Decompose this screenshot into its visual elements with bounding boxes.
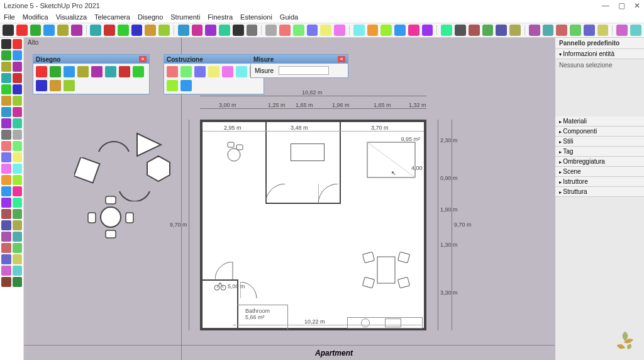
tool-button-12-1[interactable]: [13, 175, 23, 185]
toolbar-button-17[interactable]: [247, 25, 258, 36]
toolbar-button-9[interactable]: [131, 25, 143, 36]
furniture-bed[interactable]: [291, 143, 325, 161]
disegno-tool-3[interactable]: [77, 66, 89, 77]
toolbar-button-14[interactable]: [205, 25, 216, 36]
disegno-tool-1[interactable]: [50, 66, 61, 77]
tool-button-3-1[interactable]: [13, 73, 23, 83]
tool-button-7-0[interactable]: [1, 118, 11, 128]
menu-strumenti[interactable]: Strumenti: [170, 13, 200, 21]
tray-section-scene[interactable]: Scene: [555, 167, 644, 177]
tool-button-15-0[interactable]: [1, 209, 11, 219]
toolbar-button-41[interactable]: [597, 25, 609, 36]
tool-button-19-1[interactable]: [13, 254, 23, 264]
toolbar-button-32[interactable]: [469, 25, 480, 36]
tool-button-14-1[interactable]: [13, 198, 23, 208]
disegno-tool-2[interactable]: [64, 66, 75, 77]
toolbar-button-35[interactable]: [509, 25, 521, 36]
toolbar-button-23[interactable]: [334, 25, 345, 36]
disegno-tool-8[interactable]: [36, 80, 47, 91]
menu-estensioni[interactable]: Estensioni: [240, 13, 272, 21]
menu-visualizza[interactable]: Visualizza: [56, 13, 87, 21]
toolbar-button-6[interactable]: [90, 25, 101, 36]
viewport[interactable]: Alto Disegno× Costruzione× Misure× Misur…: [24, 38, 644, 360]
tool-button-8-1[interactable]: [13, 130, 23, 140]
toolbar-button-25[interactable]: [367, 25, 379, 36]
menu-telecamera[interactable]: Telecamera: [94, 13, 130, 21]
toolbar-button-4[interactable]: [57, 25, 69, 36]
shape-square[interactable]: [74, 157, 102, 186]
toolbar-button-30[interactable]: [441, 25, 452, 36]
toolbar-button-2[interactable]: [30, 25, 42, 36]
tool-button-10-0[interactable]: [1, 152, 11, 162]
tray-section-struttura[interactable]: Struttura: [555, 187, 644, 197]
tool-button-5-0[interactable]: [1, 96, 11, 106]
toolbar-button-39[interactable]: [570, 25, 581, 36]
toolbar-button-3[interactable]: [43, 25, 55, 36]
disegno-tool-4[interactable]: [91, 66, 103, 77]
tool-button-14-0[interactable]: [1, 198, 11, 208]
costruzione-tool-5[interactable]: [236, 66, 247, 77]
tool-button-4-0[interactable]: [1, 84, 11, 94]
panel-costruzione[interactable]: Costruzione×: [164, 54, 264, 94]
tray-entity-info[interactable]: Informazioni entità: [555, 49, 644, 59]
disegno-tool-6[interactable]: [119, 66, 130, 77]
furniture-dining[interactable]: [361, 248, 411, 293]
close-icon[interactable]: ✕: [634, 1, 640, 10]
toolbar-button-26[interactable]: [380, 25, 392, 36]
shape-arc[interactable]: [96, 129, 131, 155]
panel-disegno[interactable]: Disegno×: [33, 54, 150, 94]
toolbar-button-5[interactable]: [71, 25, 82, 36]
disegno-tool-10[interactable]: [64, 80, 75, 91]
toolbar-button-43[interactable]: [630, 25, 641, 36]
toolbar-button-20[interactable]: [293, 25, 304, 36]
costruzione-tool-0[interactable]: [167, 66, 178, 77]
furniture-round-table[interactable]: [221, 141, 247, 167]
panel-close-icon[interactable]: ×: [338, 56, 345, 62]
toolbar-button-42[interactable]: [616, 25, 628, 36]
tool-button-9-1[interactable]: [13, 141, 23, 151]
toolbar-button-11[interactable]: [158, 25, 170, 36]
costruzione-tool-2[interactable]: [194, 66, 206, 77]
tool-button-15-1[interactable]: [13, 209, 23, 219]
tool-button-1-1[interactable]: [13, 50, 23, 60]
tool-button-20-1[interactable]: [13, 266, 23, 276]
bicycle-icon[interactable]: [214, 282, 226, 292]
tool-button-9-0[interactable]: [1, 141, 11, 151]
measure-input[interactable]: [279, 66, 329, 75]
tool-button-6-0[interactable]: [1, 107, 11, 117]
tool-button-5-1[interactable]: [13, 96, 23, 106]
toolbar-button-12[interactable]: [178, 25, 189, 36]
toolbar-button-0[interactable]: [3, 25, 14, 36]
costruzione-tool-4[interactable]: [222, 66, 233, 77]
toolbar-button-37[interactable]: [543, 25, 554, 36]
menu-modifica[interactable]: Modifica: [23, 13, 48, 21]
tool-button-0-1[interactable]: [13, 39, 23, 49]
tool-button-12-0[interactable]: [1, 175, 11, 185]
toolbar-button-19[interactable]: [279, 25, 291, 36]
maximize-icon[interactable]: ▢: [618, 1, 625, 10]
panel-close-icon[interactable]: ×: [139, 56, 147, 62]
tool-button-17-1[interactable]: [13, 232, 23, 242]
toolbar-button-16[interactable]: [233, 25, 244, 36]
panel-misure[interactable]: Misure× Misure: [250, 54, 348, 78]
tool-button-2-0[interactable]: [1, 62, 11, 72]
toolbar-button-33[interactable]: [482, 25, 494, 36]
toolbar-button-38[interactable]: [556, 25, 567, 36]
tool-button-0-0[interactable]: [1, 39, 11, 49]
tool-button-18-1[interactable]: [13, 243, 23, 253]
toolbar-button-27[interactable]: [394, 25, 406, 36]
disegno-tool-9[interactable]: [50, 80, 61, 91]
toolbar-button-40[interactable]: [584, 25, 595, 36]
toolbar-button-15[interactable]: [219, 25, 230, 36]
floor-plan[interactable]: ↖ Bathroom 5,66 m² 5,00 m: [200, 120, 426, 330]
tool-button-2-1[interactable]: [13, 62, 23, 72]
tool-button-11-1[interactable]: [13, 164, 23, 174]
menu-guida[interactable]: Guida: [280, 13, 298, 21]
tool-button-3-0[interactable]: [1, 73, 11, 83]
tool-button-13-1[interactable]: [13, 186, 23, 196]
tray-section-materiali[interactable]: Materiali: [555, 116, 644, 127]
disegno-tool-5[interactable]: [105, 66, 116, 77]
toolbar-button-22[interactable]: [320, 25, 331, 36]
toolbar-button-18[interactable]: [265, 25, 277, 36]
shape-table-chairs[interactable]: [87, 195, 135, 240]
